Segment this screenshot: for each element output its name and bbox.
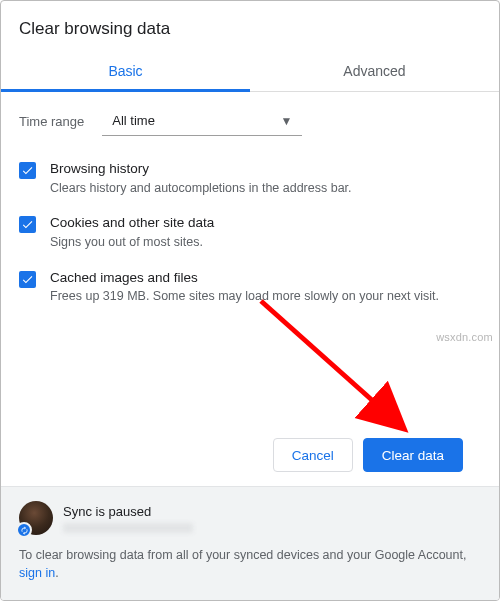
time-range-select[interactable]: All time ▼ <box>102 106 302 136</box>
dialog-footer: Sync is paused To clear browsing data fr… <box>1 486 499 600</box>
tab-bar: Basic Advanced <box>1 53 499 92</box>
option-desc: Frees up 319 MB. Some sites may load mor… <box>50 288 439 305</box>
tab-basic[interactable]: Basic <box>1 53 250 91</box>
time-range-value: All time <box>112 113 155 128</box>
clear-data-button[interactable]: Clear data <box>363 438 463 472</box>
check-icon <box>21 164 34 177</box>
check-icon <box>21 218 34 231</box>
clear-data-button-label: Clear data <box>382 448 444 463</box>
checkbox-cookies[interactable] <box>19 216 36 233</box>
footer-note-suffix: . <box>55 566 58 580</box>
sign-in-link[interactable]: sign in <box>19 566 55 580</box>
sync-status-text: Sync is paused <box>63 504 193 533</box>
option-text: Cached images and files Frees up 319 MB.… <box>50 269 439 305</box>
cancel-button-label: Cancel <box>292 448 334 463</box>
option-title: Browsing history <box>50 160 352 178</box>
sync-paused-badge-icon <box>16 522 32 538</box>
cancel-button[interactable]: Cancel <box>273 438 353 472</box>
footer-note-prefix: To clear browsing data from all of your … <box>19 548 466 562</box>
watermark-text: wsxdn.com <box>436 331 493 343</box>
time-range-label: Time range <box>19 114 84 129</box>
tab-advanced-label: Advanced <box>343 63 405 79</box>
spacer <box>19 323 481 426</box>
sync-email-redacted <box>63 523 193 533</box>
option-cookies: Cookies and other site data Signs you ou… <box>19 214 481 250</box>
check-icon <box>21 273 34 286</box>
checkbox-cache[interactable] <box>19 271 36 288</box>
option-text: Browsing history Clears history and auto… <box>50 160 352 196</box>
option-title: Cached images and files <box>50 269 439 287</box>
tab-basic-label: Basic <box>108 63 142 79</box>
dialog-title: Clear browsing data <box>1 1 499 53</box>
avatar <box>19 501 53 535</box>
clear-browsing-data-dialog: Clear browsing data Basic Advanced Time … <box>0 0 500 601</box>
option-desc: Signs you out of most sites. <box>50 234 214 251</box>
time-range-row: Time range All time ▼ <box>19 106 481 136</box>
tab-advanced[interactable]: Advanced <box>250 53 499 91</box>
footer-note: To clear browsing data from all of your … <box>19 547 481 582</box>
sync-status-label: Sync is paused <box>63 504 193 519</box>
option-title: Cookies and other site data <box>50 214 214 232</box>
option-text: Cookies and other site data Signs you ou… <box>50 214 214 250</box>
option-desc: Clears history and autocompletions in th… <box>50 180 352 197</box>
checkbox-browsing-history[interactable] <box>19 162 36 179</box>
option-cache: Cached images and files Frees up 319 MB.… <box>19 269 481 305</box>
dialog-content: Time range All time ▼ Browsing history C… <box>1 92 499 486</box>
chevron-down-icon: ▼ <box>280 114 292 128</box>
sync-status-row: Sync is paused <box>19 501 481 535</box>
dialog-actions: Cancel Clear data <box>19 426 481 486</box>
option-browsing-history: Browsing history Clears history and auto… <box>19 160 481 196</box>
